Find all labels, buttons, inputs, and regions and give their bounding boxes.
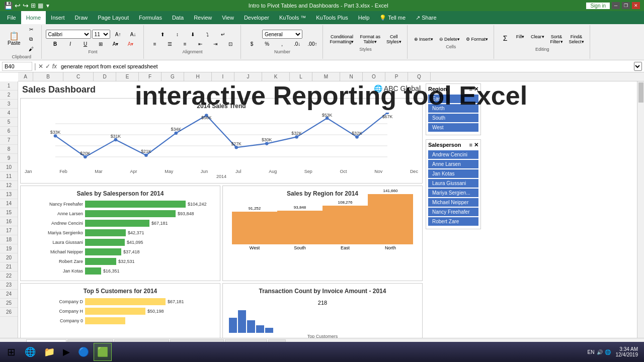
taskbar-excel[interactable]: 🟩 [94,343,112,361]
tab-kutools-plus[interactable]: KuTools Plus [311,11,353,24]
formula-confirm-button[interactable]: ✓ [45,63,50,70]
format-as-table-button[interactable]: Format asTable▾ [358,33,383,46]
format-button[interactable]: ⚙ Format▾ [463,35,491,43]
col-header-l[interactable]: L [290,72,312,81]
taskbar-explorer[interactable]: 📁 [40,343,58,361]
fill-color-button[interactable]: A▾ [109,40,123,48]
vertical-scrollbar[interactable] [637,81,644,338]
decrease-decimal-button[interactable]: .0↓ [290,40,304,48]
col-header-q[interactable]: Q [408,72,431,81]
tab-review[interactable]: Review [189,11,217,24]
conditional-formatting-button[interactable]: ConditionalFormatting▾ [327,33,356,46]
font-select[interactable]: Calibri [46,30,91,39]
cell-styles-button[interactable]: CellStyles▾ [384,33,404,46]
delete-button[interactable]: ⊖ Delete▾ [437,35,463,43]
col-header-e[interactable]: E [116,72,139,81]
font-color-button[interactable]: A▾ [124,40,138,48]
clear-button[interactable]: Clear▾ [528,33,547,46]
col-header-i[interactable]: I [212,72,234,81]
formula-input[interactable] [59,62,632,71]
taskbar-network-icon[interactable]: 🌐 [605,349,611,355]
col-header-c[interactable]: C [63,72,94,81]
taskbar-chrome[interactable]: 🔵 [74,343,93,361]
font-grow-button[interactable]: A↑ [111,30,125,39]
col-header-f[interactable]: F [139,72,162,81]
wrap-text-button[interactable]: ↵ [216,30,230,39]
taskbar-media[interactable]: ▶ [59,343,73,361]
tab-data[interactable]: Data [167,11,189,24]
col-header-p[interactable]: P [385,72,408,81]
font-shrink-button[interactable]: A↓ [126,30,140,39]
col-header-o[interactable]: O [363,72,385,81]
region-south-button[interactable]: South [428,114,478,122]
sp-laura-button[interactable]: Laura Giussani [428,179,478,188]
col-header-k[interactable]: K [262,72,290,81]
bold-button[interactable]: B [48,40,62,48]
font-size-select[interactable]: 11 [92,30,110,39]
tab-formulas[interactable]: Formulas [134,11,167,24]
increase-decimal-button[interactable]: .00↑ [305,40,320,48]
align-middle-button[interactable]: ↕ [171,30,185,39]
tab-file[interactable]: File [2,11,21,24]
col-header-b[interactable]: B [33,72,63,81]
col-header-j[interactable]: J [234,72,262,81]
italic-button[interactable]: I [63,40,77,48]
col-header-d[interactable]: D [94,72,116,81]
cut-button[interactable]: ✂ [24,25,38,34]
sign-in-button[interactable]: Sign in [586,3,610,9]
taskbar-ie[interactable]: 🌐 [21,343,39,361]
col-header-g[interactable]: G [162,72,184,81]
tab-insert[interactable]: Insert [46,11,70,24]
underline-button[interactable]: U [78,40,93,48]
align-right-button[interactable]: ≡ [178,40,192,48]
region-north-button[interactable]: North [428,104,478,113]
tab-developer[interactable]: Developer [239,11,274,24]
sp-robert-button[interactable]: Robert Zare [428,217,478,226]
start-button[interactable]: ⊞ [2,343,20,361]
col-header-n[interactable]: N [340,72,363,81]
border-button[interactable]: ⊞ [94,40,108,48]
restore-button[interactable]: ❐ [622,2,630,9]
region-east-button[interactable]: East [428,95,478,103]
align-top-button[interactable]: ⬆ [155,30,170,39]
scrollbar-thumb[interactable] [638,82,643,103]
tab-kutools[interactable]: KuTools ™ [274,11,311,24]
percent-button[interactable]: % [260,40,274,48]
format-painter-button[interactable]: 🖌 [24,45,38,53]
taskbar-volume-icon[interactable]: 🔊 [597,349,603,355]
align-left-button[interactable]: ≡ [148,40,162,48]
fill-button[interactable]: Fill▾ [513,33,527,46]
sp-andrew-button[interactable]: Andrew Cencini [428,150,478,159]
sp-mariya-button[interactable]: Mariya Sergien... [428,189,478,197]
sp-michael-button[interactable]: Michael Neipper [428,198,478,207]
sp-nancy-button[interactable]: Nancy Freehafer [428,208,478,216]
minimize-button[interactable]: ─ [612,2,620,9]
sp-anne-button[interactable]: Anne Larsen [428,160,478,168]
autosum-button[interactable]: Σ [498,33,512,46]
currency-button[interactable]: $ [245,40,259,48]
tab-share[interactable]: ↗ Share [411,11,441,24]
merge-center-button[interactable]: ⊡ [223,40,237,48]
col-header-m[interactable]: M [312,72,340,81]
tab-tell-me[interactable]: 💡 Tell me [374,11,411,24]
number-format-select[interactable]: General [262,30,302,39]
col-header-a[interactable]: A [18,72,33,81]
close-button[interactable]: ✕ [632,2,640,9]
tab-pagelayout[interactable]: Page Layout [93,11,134,24]
formula-dropdown[interactable] [634,62,642,71]
sort-filter-button[interactable]: Sort&Filter▾ [548,33,566,46]
align-bottom-button[interactable]: ⬇ [186,30,200,39]
paste-button[interactable]: 📋 Paste [5,31,23,47]
tab-help[interactable]: Help [353,11,375,24]
tab-view[interactable]: View [217,11,239,24]
region-west-button[interactable]: West [428,123,478,132]
col-header-h[interactable]: H [184,72,212,81]
increase-indent-button[interactable]: ⇥ [208,40,222,48]
copy-button[interactable]: ⧉ [24,35,38,44]
tab-draw[interactable]: Draw [70,11,93,24]
insert-button[interactable]: ⊕ Insert▾ [412,35,436,43]
tab-home[interactable]: Home [21,11,46,24]
text-rotate-button[interactable]: ⤵ [201,30,215,39]
cell-reference-input[interactable] [2,62,32,71]
find-select-button[interactable]: Find&Select▾ [567,33,587,46]
